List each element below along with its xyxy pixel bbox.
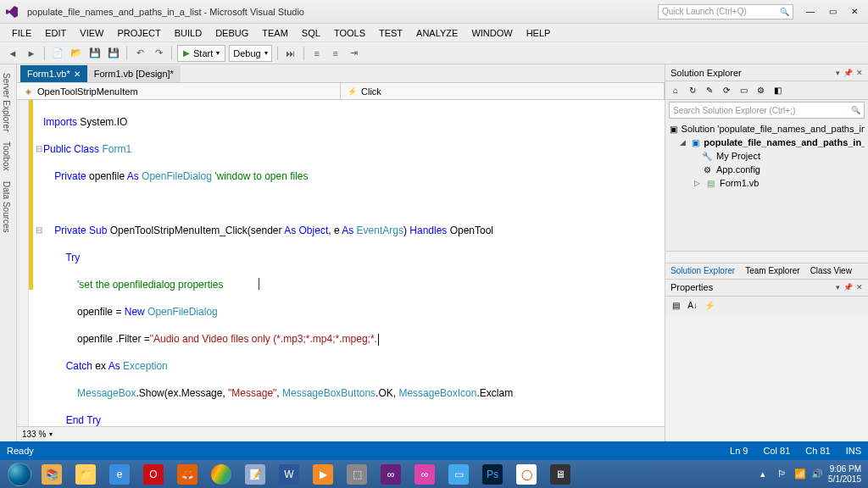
taskbar-opera[interactable]: O (137, 462, 170, 487)
uncomment-button[interactable]: ≡ (328, 46, 343, 61)
taskbar-app3[interactable]: ▭ (442, 462, 475, 487)
tree-item-myproject[interactable]: 🔧 My Project (669, 149, 865, 163)
taskbar-chrome[interactable] (205, 462, 237, 487)
status-ins: INS (846, 446, 861, 456)
form-icon: ▤ (704, 177, 716, 189)
taskbar-app1[interactable]: ⬚ (341, 462, 373, 487)
status-col: Col 81 (764, 446, 791, 456)
tray-show-hidden-icon[interactable]: ▴ (760, 469, 772, 480)
code-editor[interactable]: Imports System.IO ⊟Public Class Form1 Pr… (17, 100, 665, 426)
menu-build[interactable]: BUILD (168, 28, 209, 38)
tab-form1-design[interactable]: Form1.vb [Design]* (87, 65, 181, 82)
menu-window[interactable]: WINDOW (465, 28, 519, 38)
pending-changes-button[interactable]: ✎ (703, 84, 716, 97)
config-icon: ⚙ (701, 164, 713, 175)
refresh-button[interactable]: ↻ (686, 84, 699, 97)
member-dropdown-right[interactable]: ⚡ Click (341, 83, 665, 99)
chevron-down-icon: ▾ (264, 49, 268, 57)
project-node[interactable]: ◢ ▣ populate_file_names_and_paths_in_a_l… (669, 136, 865, 149)
home-button[interactable]: ⌂ (669, 84, 682, 97)
solution-node[interactable]: ▣ Solution 'populate_file_names_and_path… (669, 122, 865, 136)
step-button[interactable]: ⏭ (283, 46, 298, 61)
quick-launch-input[interactable]: Quick Launch (Ctrl+Q) 🔍 (658, 4, 793, 19)
tree-item-form1[interactable]: ▷ ▤ Form1.vb (669, 176, 865, 190)
show-all-button[interactable]: ▭ (737, 84, 750, 97)
tree-item-appconfig[interactable]: ⚙ App.config (669, 163, 865, 176)
taskbar-notepad[interactable]: 📝 (239, 462, 271, 487)
taskbar-photoshop[interactable]: Ps (476, 462, 509, 487)
save-all-button[interactable]: 💾 (106, 46, 121, 61)
solution-search-input[interactable]: Search Solution Explorer (Ctrl+;) 🔍 (669, 102, 865, 119)
open-button[interactable]: 📂 (69, 46, 84, 61)
events-button[interactable]: ⚡ (703, 299, 716, 313)
tab-solution-explorer[interactable]: Solution Explorer (665, 263, 740, 279)
taskbar-ie[interactable]: e (103, 462, 136, 487)
preview-button[interactable]: ◧ (771, 84, 784, 97)
taskbar-libraries[interactable]: 📚 (36, 462, 68, 487)
menu-tools[interactable]: TOOLS (327, 28, 372, 38)
undo-button[interactable]: ↶ (132, 46, 147, 61)
nav-fwd-button[interactable]: ► (24, 46, 39, 61)
taskbar-firefox[interactable]: 🦊 (171, 462, 203, 487)
start-debug-button[interactable]: ▶ Start ▾ (177, 45, 225, 62)
taskbar-app5[interactable]: 🖥 (544, 462, 576, 487)
comment-button[interactable]: ≡ (309, 46, 325, 61)
data-sources-tab[interactable]: Data Sources (0, 176, 16, 238)
close-icon[interactable]: ✕ (856, 283, 863, 291)
properties-grid[interactable] (665, 315, 868, 442)
menu-file[interactable]: FILE (5, 28, 38, 38)
menu-help[interactable]: HELP (520, 28, 558, 38)
member-dropdown-left[interactable]: ◈ OpenToolStripMenuItem (17, 83, 341, 99)
expand-icon[interactable]: ▷ (693, 179, 701, 187)
taskbar-wmp[interactable]: ▶ (307, 462, 339, 487)
sync-button[interactable]: ⟳ (720, 84, 733, 97)
taskbar-app4[interactable]: ◯ (510, 462, 542, 487)
menu-team[interactable]: TEAM (255, 28, 295, 38)
collapse-icon[interactable]: ◢ (680, 138, 687, 147)
taskbar-clock[interactable]: 9:06 PM 5/1/2015 (828, 464, 861, 485)
taskbar-word[interactable]: W (273, 462, 305, 487)
zoom-level[interactable]: 133 % (22, 430, 46, 439)
taskbar-explorer[interactable]: 📁 (70, 462, 102, 487)
tray-action-center-icon[interactable]: 🏳 (777, 469, 789, 480)
close-button[interactable]: ✕ (844, 4, 865, 19)
close-icon[interactable]: ✕ (74, 69, 81, 79)
alphabetical-button[interactable]: A↓ (686, 299, 699, 313)
taskbar-vs[interactable]: ∞ (375, 462, 407, 487)
menu-view[interactable]: VIEW (73, 28, 110, 38)
menu-sql[interactable]: SQL (295, 28, 327, 38)
chevron-down-icon[interactable]: ▾ (49, 430, 53, 438)
indent-button[interactable]: ⇥ (347, 46, 362, 61)
panel-dropdown-icon[interactable]: ▾ (836, 69, 840, 77)
pin-icon[interactable]: 📌 (843, 283, 853, 291)
config-dropdown[interactable]: Debug ▾ (229, 45, 271, 62)
tab-class-view[interactable]: Class View (805, 263, 857, 279)
tray-volume-icon[interactable]: 🔊 (811, 469, 823, 480)
nav-back-button[interactable]: ◄ (5, 46, 20, 61)
pin-icon[interactable]: 📌 (843, 69, 853, 77)
menu-analyze[interactable]: ANALYZE (409, 28, 465, 38)
tray-network-icon[interactable]: 📶 (794, 469, 806, 480)
search-icon: 🔍 (780, 8, 789, 16)
taskbar-app2[interactable]: ∞ (409, 462, 441, 487)
redo-button[interactable]: ↷ (151, 46, 166, 61)
save-button[interactable]: 💾 (87, 46, 103, 61)
menu-project[interactable]: PROJECT (110, 28, 167, 38)
start-button[interactable] (3, 462, 36, 487)
vb-project-icon: ▣ (690, 136, 700, 148)
toolbox-tab[interactable]: Toolbox (0, 136, 16, 175)
menu-test[interactable]: TEST (372, 28, 409, 38)
menu-debug[interactable]: DEBUG (209, 28, 255, 38)
solution-explorer-title: Solution Explorer (670, 68, 742, 78)
properties-button[interactable]: ⚙ (754, 84, 767, 97)
tab-form1-vb[interactable]: Form1.vb* ✕ (20, 65, 87, 82)
server-explorer-tab[interactable]: Server Explorer (0, 68, 16, 136)
new-project-button[interactable]: 📄 (50, 46, 65, 61)
menu-edit[interactable]: EDIT (38, 28, 73, 38)
panel-dropdown-icon[interactable]: ▾ (836, 283, 840, 291)
close-icon[interactable]: ✕ (856, 69, 863, 77)
tab-team-explorer[interactable]: Team Explorer (740, 263, 804, 279)
categorized-button[interactable]: ▤ (669, 299, 682, 313)
minimize-button[interactable]: — (800, 4, 821, 19)
restore-button[interactable]: ▭ (822, 4, 843, 19)
